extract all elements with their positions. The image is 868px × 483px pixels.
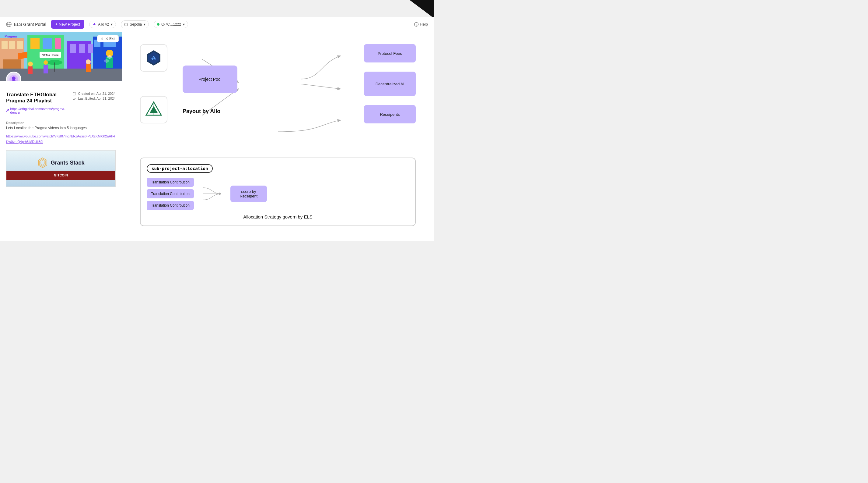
contribution-item-1: Translation Contirbution — [147, 178, 194, 187]
grants-stack-logo: Grants Stack — [37, 157, 84, 168]
svg-rect-9 — [9, 41, 15, 49]
wallet-status-icon — [157, 23, 159, 26]
globe-icon — [6, 22, 11, 27]
help-icon: ? — [414, 22, 418, 27]
allo-logo-box: A — [140, 44, 167, 72]
svg-text:NFTea House: NFTea House — [42, 54, 58, 57]
contribution-arrows — [203, 181, 221, 206]
protocol-fees-box: Protocol Fees — [364, 44, 416, 62]
score-label: score byReceipent — [240, 189, 258, 198]
calendar-icon — [73, 92, 76, 95]
contribution-item-3: Translation Contirbution — [147, 201, 194, 210]
grants-stack-label: Grants Stack — [51, 160, 84, 166]
allo-icon — [93, 23, 96, 26]
svg-point-33 — [43, 60, 48, 65]
left-panel: ✕ ✕ Exit — [0, 32, 122, 242]
project-info: Translate ETHGlobal Pragma 24 Playlist h… — [0, 81, 122, 193]
allo-selector[interactable]: Allo v2 ▾ — [89, 21, 116, 28]
nav-logo-label: ELS Grant Portal — [14, 22, 46, 27]
allo-logo-icon: A — [145, 49, 163, 67]
description-label: Description — [6, 121, 116, 125]
new-project-button[interactable]: + New Project — [51, 20, 84, 29]
svg-text:Pragma: Pragma — [5, 34, 17, 38]
navbar: ELS Grant Portal + New Project Allo v2 ▾… — [0, 17, 434, 32]
chevron-down-icon: ▾ — [111, 22, 113, 27]
sub-allocation-inner: Translation Contirbution Translation Con… — [147, 178, 409, 210]
sub-allocation-section: sub-project-allocation Translation Conti… — [140, 158, 416, 226]
chevron-down-icon: ▾ — [144, 22, 146, 27]
youtube-link[interactable]: https://www.youtube.com/watch?v=zI07mqNd… — [6, 134, 115, 144]
svg-text:?: ? — [416, 23, 417, 26]
svg-rect-16 — [42, 38, 52, 49]
svg-rect-32 — [28, 66, 33, 74]
description-text: Lets Localize the Pragma videos into 5 l… — [6, 126, 116, 130]
allocation-strategy-text: Allocation Strategy govern by ELS — [147, 214, 409, 219]
sub-allocation-title: sub-project-allocation — [147, 164, 213, 173]
svg-point-31 — [28, 62, 33, 66]
edit-icon — [73, 97, 76, 100]
help-button[interactable]: ? Help — [414, 22, 428, 27]
grants-stack-icon — [37, 157, 48, 168]
exit-button[interactable]: ✕ ✕ Exit — [97, 35, 119, 42]
svg-rect-34 — [43, 65, 48, 74]
corner-decoration — [410, 0, 434, 18]
recipients-box: Receipents — [364, 105, 416, 123]
payout-by-allo-text: Payout by Allo — [183, 108, 220, 115]
svg-point-35 — [86, 59, 91, 64]
svg-marker-50 — [41, 160, 44, 165]
project-link[interactable]: https://ethglobal.com/events/pragma-denv… — [6, 107, 73, 114]
decentralized-ai-box: Decentralized AI — [364, 72, 416, 96]
x-icon: ✕ — [100, 36, 103, 41]
diagram-container: A Project Pool Payout by Allo — [131, 41, 425, 232]
svg-rect-19 — [70, 44, 76, 53]
project-pool-box: Project Pool — [183, 65, 238, 93]
main-content: ✕ ✕ Exit — [0, 32, 434, 242]
svg-text:A: A — [152, 55, 156, 62]
svg-point-43 — [12, 77, 16, 80]
link-icon — [6, 109, 9, 112]
project-title: Translate ETHGlobal Pragma 24 Playlist — [6, 92, 73, 104]
svg-rect-36 — [86, 64, 91, 72]
gitcoin-bar: GITCOIN — [6, 171, 115, 180]
gitcoin-logo-icon — [145, 101, 163, 119]
contribution-item-2: Translation Contirbution — [147, 189, 194, 198]
score-box: score byReceipent — [230, 186, 267, 202]
svg-rect-8 — [2, 41, 8, 49]
svg-rect-10 — [17, 41, 23, 49]
svg-marker-3 — [93, 23, 96, 25]
network-icon: ⬡ — [124, 22, 128, 27]
network-selector[interactable]: ⬡ Sepolia ▾ — [121, 21, 149, 28]
wallet-selector[interactable]: 0x7C...1222 ▾ — [154, 21, 188, 28]
svg-rect-20 — [79, 44, 85, 53]
last-edited-date: Last Edited: Apr 21, 2024 — [73, 96, 116, 100]
nav-logo: ELS Grant Portal — [6, 22, 46, 27]
contribution-list: Translation Contirbution Translation Con… — [147, 178, 194, 210]
chevron-down-icon: ▾ — [183, 22, 185, 27]
avatar-icon — [9, 75, 18, 81]
svg-rect-45 — [73, 93, 76, 95]
svg-rect-15 — [30, 38, 39, 49]
svg-rect-17 — [55, 38, 61, 49]
grants-stack-embed: Grants Stack GITCOIN — [6, 150, 116, 187]
gitcoin-logo-box — [140, 96, 167, 123]
right-panel: A Project Pool Payout by Allo — [122, 32, 434, 242]
created-date: Created on: Apr 21, 2024 — [73, 92, 116, 95]
